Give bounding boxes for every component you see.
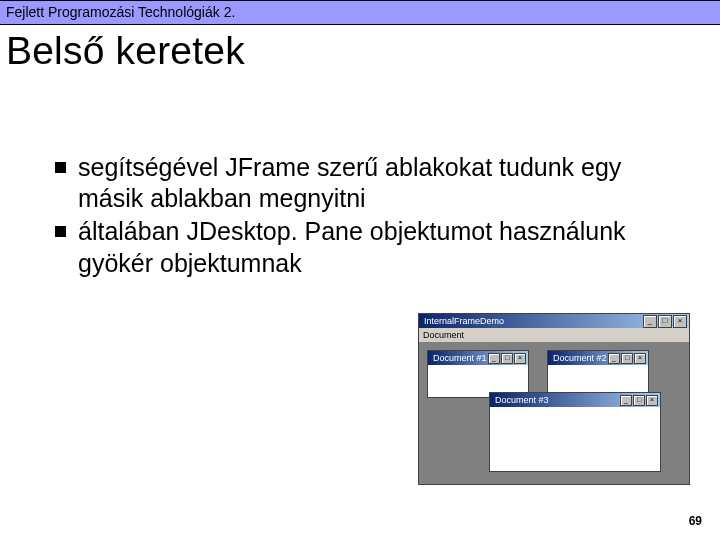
slide-title: Belső keretek [6,31,720,72]
bullet-list: segítségével JFrame szerű ablakokat tudu… [55,152,690,279]
internal-frame-titlebar: Document #3 _ □ × [490,393,660,407]
internal-frame-titlebar: Document #2 _ □ × [548,351,648,365]
main-window-title: InternalFrameDemo [421,314,642,328]
internal-frame-title: Document #1 [430,351,487,365]
close-icon: × [673,315,687,328]
demo-screenshot: InternalFrameDemo _ □ × Document Documen… [418,313,690,485]
maximize-icon: □ [501,353,513,364]
iconify-icon: _ [488,353,500,364]
maximize-icon: □ [658,315,672,328]
maximize-icon: □ [621,353,633,364]
close-icon: × [646,395,658,406]
bullet-text: segítségével JFrame szerű ablakokat tudu… [78,152,690,215]
iconify-icon: _ [620,395,632,406]
internal-frame: Document #2 _ □ × [547,350,649,398]
bullet-text: általában JDesktop. Pane objektumot hasz… [78,216,690,279]
internal-frame-title: Document #2 [550,351,607,365]
close-icon: × [514,353,526,364]
iconify-icon: _ [608,353,620,364]
main-window-titlebar: InternalFrameDemo _ □ × [419,314,689,328]
bullet-square-icon [55,162,66,173]
bullet-item: segítségével JFrame szerű ablakokat tudu… [55,152,690,215]
menu-bar: Document [419,328,689,342]
bullet-item: általában JDesktop. Pane objektumot hasz… [55,216,690,279]
internal-frame-titlebar: Document #1 _ □ × [428,351,528,365]
desktop-pane: Document #1 _ □ × Document #2 _ □ × Docu… [419,342,689,484]
slide-header-bar: Fejlett Programozási Technológiák 2. [0,0,720,25]
slide: Fejlett Programozási Technológiák 2. Bel… [0,0,720,540]
internal-frame: Document #1 _ □ × [427,350,529,398]
internal-frame-title: Document #3 [492,393,619,407]
maximize-icon: □ [633,395,645,406]
internal-frame: Document #3 _ □ × [489,392,661,472]
close-icon: × [634,353,646,364]
bullet-square-icon [55,226,66,237]
minimize-icon: _ [643,315,657,328]
menu-item-document: Document [423,330,464,340]
page-number: 69 [689,514,702,528]
slide-header-text: Fejlett Programozási Technológiák 2. [6,4,235,20]
